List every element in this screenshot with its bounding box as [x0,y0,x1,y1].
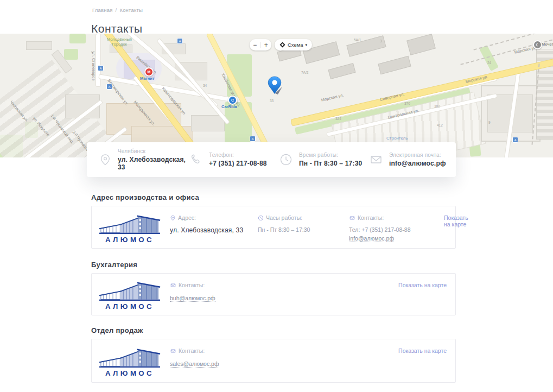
section-heading-sales: Отдел продаж [91,326,143,334]
zoom-out-button[interactable]: − [250,42,260,48]
contacts-column: Контакты: buh@алюмос.рф [170,278,333,311]
show-on-map-link[interactable]: Показать на карте [398,344,447,378]
alumos-logo-image: АЛЮМОС [98,277,162,312]
chevron-down-icon: ▾ [306,43,308,47]
company-logo: АЛЮМОС [95,278,164,311]
alumos-logo-image: АЛЮМОС [98,344,162,378]
contacts-column: Контакты: Тел: +7 (351) 217-08-88 info@а… [349,211,444,244]
bus-stop-icon[interactable]: А [98,65,104,71]
map-number: 5А/1 [354,38,361,42]
map-place-label: МолодёжныйГородок [103,37,136,47]
layers-icon [279,42,285,48]
map-building [26,41,52,50]
map[interactable]: МолодёжныйГородок ул. Сталеваров Вишнёва… [0,34,553,157]
address-label-row: Адрес: [170,214,252,221]
contact-card-address: АЛЮМОС Адрес: ул. Хлебозаводская, 33 Час… [91,206,456,249]
envelope-icon [349,215,355,221]
contacts-label: Контакты: [179,347,205,354]
map-number: 7А/2 [301,71,308,74]
hours-label: Время работы: [299,152,362,158]
phone-label: Телефон: [209,152,267,158]
contact-summary-card: Челябинск ул. Хлебозаводская, 33 Телефон… [87,142,456,177]
map-number: 3 [380,39,382,43]
magnit-poi-icon[interactable]: М [144,67,154,77]
map-number: 324 [335,117,341,121]
hours-value: Пн - Пт 8:30 – 17:30 [258,226,344,233]
address-summary: Челябинск ул. Хлебозаводская, 33 [99,148,189,171]
map-building [328,63,355,79]
svg-text:АЛЮМОС: АЛЮМОС [105,369,154,377]
breadcrumb: Главная/Контакты [92,7,143,13]
bus-stop-icon[interactable]: А [106,84,112,90]
show-on-map-link[interactable]: Показать на карте [398,278,447,311]
map-street-label: ул. Сталеваров [91,52,96,81]
map-pin-number: 33 [270,99,274,103]
hours-column: Часы работы: Пн - Пт 8:30 – 17:30 [258,211,344,244]
mosque-poi-label[interactable]: Мечеть [542,42,553,47]
map-number: 9 [488,121,491,124]
mosque-poi-icon[interactable]: ☾ [533,40,542,49]
section-heading-address: Адрес производства и офиса [91,193,199,201]
hours-label-row: Часы работы: [258,214,344,221]
zoom-in-button[interactable]: + [261,42,272,48]
magnit-poi-label[interactable]: Магнит [140,76,154,81]
breadcrumb-home[interactable]: Главная [92,7,113,13]
map-building [406,34,436,55]
map-place-label-line: Городок [112,42,127,47]
map-number: 24 [487,61,491,65]
email-link[interactable]: buh@алюмос.рф [170,295,215,302]
map-place-label: Строитель [386,136,408,141]
email-label: Электронная почта: [389,152,446,158]
map-building [378,56,411,74]
map-layers-button[interactable]: Схема ▾ [275,39,312,50]
map-green [64,49,78,60]
phone-icon [189,153,203,167]
hours-value: Пн - Пт 8:30 – 17:30 [299,160,362,167]
email-value: info@алюмос.рф [389,160,446,167]
envelope-icon [170,348,176,354]
carrida-poi-icon[interactable]: C [228,96,237,105]
address-column: Адрес: ул. Хлебозаводская, 33 [170,211,252,244]
contacts-page: { "breadcrumb": {"home": "Главная", "sep… [0,0,553,392]
section-heading-accounting: Бухгалтерия [91,261,137,269]
phone-value: Тел: +7 (351) 217-08-88 [349,226,444,233]
map-pin[interactable] [266,76,283,98]
city-label: Челябинск [118,148,189,154]
breadcrumb-current: Контакты [119,7,143,13]
carrida-poi-label[interactable]: CarRida [221,104,237,109]
address-value: ул. Хлебозаводская, 33 [170,226,252,234]
map-street-label: Морская ул. [321,93,344,103]
map-number: 370 [404,102,410,105]
show-on-map-link[interactable]: Показать на карте [444,211,468,244]
svg-text:АЛЮМОС: АЛЮМОС [105,236,154,244]
alumos-logo-image: АЛЮМОС [98,210,162,245]
map-green [69,34,86,43]
email-link[interactable]: info@алюмос.рф [349,235,394,242]
map-place-label-line: Молодёжный [107,37,132,42]
clock-icon [279,153,293,167]
company-logo: АЛЮМОС [95,211,164,244]
envelope-icon [369,153,383,167]
phone-summary: Телефон: +7 (351) 217-08-88 [189,152,279,167]
location-pin-icon [170,215,176,221]
breadcrumb-separator: / [116,7,117,13]
svg-text:АЛЮМОС: АЛЮМОС [105,302,154,311]
contacts-label-row: Контакты: [170,282,333,288]
envelope-icon [170,282,176,288]
contacts-label-row: Контакты: [349,214,444,221]
bus-stop-icon[interactable]: А [177,38,183,44]
bus-stop-icon[interactable]: А [250,136,256,142]
hours-summary: Время работы: Пн - Пт 8:30 – 17:30 [279,152,369,167]
layers-button-label: Схема [288,42,303,48]
map-zoom-control: − + [250,39,271,50]
contacts-label: Контакты: [179,282,205,288]
hours-label: Часы работы: [266,214,302,221]
contacts-column: Контакты: sales@алюмос.рф [170,344,333,378]
address-value: ул. Хлебозаводская, 33 [118,156,189,171]
contact-card-accounting: АЛЮМОС Контакты: buh@алюмос.рф Показать … [91,273,456,315]
clock-icon [258,215,264,221]
bus-stop-icon[interactable]: А [512,137,518,143]
map-building [191,115,225,131]
map-number: 412 [437,123,443,127]
email-link[interactable]: sales@алюмос.рф [170,361,219,368]
